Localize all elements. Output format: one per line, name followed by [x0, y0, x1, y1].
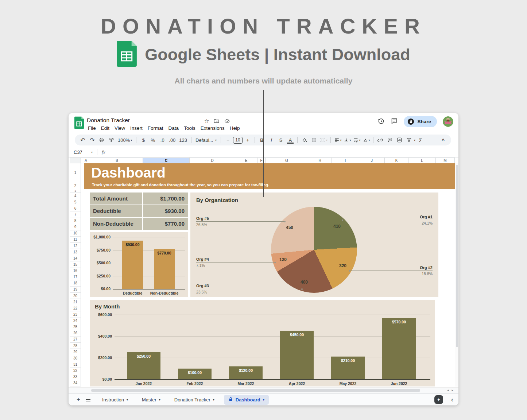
format-currency-button[interactable]: $: [139, 136, 148, 144]
comments-icon[interactable]: [391, 117, 398, 126]
row-header-22[interactable]: 22: [70, 305, 81, 311]
undo-icon[interactable]: ↶: [78, 136, 87, 144]
row-header-8[interactable]: 8: [70, 218, 81, 224]
menu-insert[interactable]: Insert: [128, 125, 145, 132]
tab-dashboard[interactable]: Dashboard▾: [224, 395, 269, 405]
row-header-2[interactable]: 2: [70, 182, 81, 189]
row-header-17[interactable]: 17: [70, 274, 81, 280]
star-icon[interactable]: ☆: [204, 118, 209, 125]
row-header-3[interactable]: 3: [70, 189, 81, 193]
filter-views-caret-icon[interactable]: ▾: [414, 139, 415, 142]
menu-edit[interactable]: Edit: [98, 125, 112, 132]
row-header-18[interactable]: 18: [70, 280, 81, 287]
row-header-9[interactable]: 9: [70, 224, 81, 230]
paint-format-icon[interactable]: [107, 136, 116, 144]
tab-donation-tracker[interactable]: Donation Tracker▾: [170, 395, 219, 404]
row-header-20[interactable]: 20: [70, 293, 81, 299]
font-size-input[interactable]: 10: [233, 137, 243, 144]
row-header-28[interactable]: 28: [70, 343, 81, 349]
text-rotation-icon[interactable]: ▾: [362, 136, 371, 144]
row-header-23[interactable]: 23: [70, 311, 81, 318]
column-header-B[interactable]: B: [91, 158, 143, 163]
insert-link-icon[interactable]: [376, 136, 385, 144]
bar-Jun 2022[interactable]: [382, 318, 416, 379]
row-header-21[interactable]: 21: [70, 299, 81, 305]
menu-format[interactable]: Format: [145, 125, 166, 132]
column-header-H[interactable]: H: [308, 158, 332, 163]
column-header-F[interactable]: F: [257, 158, 266, 163]
column-header-L[interactable]: L: [408, 158, 436, 163]
horizontal-scrollbar-thumb[interactable]: [91, 389, 420, 392]
sheet-canvas[interactable]: Dashboard Track your charitable gift and…: [81, 163, 455, 386]
row-header-16[interactable]: 16: [70, 268, 81, 274]
menu-tools[interactable]: Tools: [181, 125, 198, 132]
column-header-C[interactable]: C: [143, 158, 190, 163]
zoom-select[interactable]: 100%▾: [116, 136, 133, 144]
redo-icon[interactable]: ↷: [88, 136, 97, 144]
select-all-corner[interactable]: [70, 158, 81, 163]
row-header-25[interactable]: 25: [70, 324, 81, 330]
row-header-33[interactable]: 33: [70, 374, 81, 380]
merge-cells-icon[interactable]: ▾: [319, 136, 328, 144]
row-header-13[interactable]: 13: [70, 249, 81, 255]
column-header-I[interactable]: I: [332, 158, 359, 163]
bar-Deductible[interactable]: [122, 241, 143, 289]
column-header-K[interactable]: K: [385, 158, 408, 163]
tab-master[interactable]: Master▾: [137, 395, 165, 404]
by-organization-pie-chart[interactable]: By Organization 410Org #124.1%320Org #21…: [190, 192, 438, 297]
row-header-31[interactable]: 31: [70, 361, 81, 368]
fill-color-icon[interactable]: [300, 136, 309, 144]
row-header-10[interactable]: 10: [70, 230, 81, 237]
text-color-button[interactable]: A: [286, 136, 295, 144]
bold-button[interactable]: B: [257, 136, 266, 144]
row-header-27[interactable]: 27: [70, 337, 81, 343]
move-folder-icon[interactable]: [213, 118, 220, 125]
strikethrough-button[interactable]: S: [276, 136, 285, 144]
font-select[interactable]: Defaul...▾: [194, 136, 218, 144]
italic-button[interactable]: I: [267, 136, 276, 144]
row-header-26[interactable]: 26: [70, 330, 81, 337]
decrease-font-size-button[interactable]: −: [224, 136, 232, 144]
row-header-24[interactable]: 24: [70, 318, 81, 324]
menu-data[interactable]: Data: [166, 125, 182, 132]
print-icon[interactable]: [97, 136, 106, 144]
add-sheet-icon[interactable]: +: [74, 395, 83, 404]
format-percent-button[interactable]: %: [148, 136, 157, 144]
deductible-bar-chart[interactable]: $1,000.00$750.00$500.00$250.00$0.00$930.…: [90, 232, 188, 297]
collapse-toolbar-icon[interactable]: ^: [439, 136, 447, 144]
row-header-29[interactable]: 29: [70, 349, 81, 355]
menu-help[interactable]: Help: [227, 125, 243, 132]
name-box-caret-icon[interactable]: ▾: [91, 151, 93, 154]
sheets-app-icon[interactable]: [74, 116, 84, 130]
row-header-30[interactable]: 30: [70, 355, 81, 361]
row-header-11[interactable]: 11: [70, 237, 81, 243]
menu-view[interactable]: View: [112, 125, 128, 132]
row-header-34[interactable]: 34: [70, 380, 81, 386]
name-box[interactable]: C37: [69, 149, 91, 155]
cloud-saved-icon[interactable]: [224, 118, 230, 125]
row-header-32[interactable]: 32: [70, 368, 81, 374]
column-header-M[interactable]: M: [436, 158, 455, 163]
share-button[interactable]: Share: [404, 116, 437, 127]
column-header-A[interactable]: A: [81, 158, 91, 163]
row-header-15[interactable]: 15: [70, 261, 81, 268]
row-header-4[interactable]: 4: [70, 193, 81, 199]
bar-Apr 2022[interactable]: [280, 331, 314, 379]
user-avatar[interactable]: [443, 116, 453, 127]
more-formats-button[interactable]: 123: [178, 136, 189, 144]
vertical-align-icon[interactable]: ▾: [343, 136, 352, 144]
insert-chart-icon[interactable]: [395, 136, 404, 144]
row-header-7[interactable]: 7: [70, 211, 81, 218]
scroll-right-icon[interactable]: ▸: [452, 388, 453, 392]
scroll-left-icon[interactable]: ◂: [447, 388, 449, 392]
row-header-1[interactable]: 1: [70, 163, 81, 182]
insert-comment-icon[interactable]: [385, 136, 394, 144]
collapse-panel-chevron-icon[interactable]: ‹: [451, 396, 453, 404]
document-title[interactable]: Donation Tracker: [87, 117, 130, 124]
column-header-D[interactable]: D: [190, 158, 235, 163]
row-header-6[interactable]: 6: [70, 205, 81, 211]
row-header-5[interactable]: 5: [70, 199, 81, 205]
menu-file[interactable]: File: [85, 125, 98, 132]
increase-font-size-button[interactable]: +: [243, 136, 252, 144]
vertical-scrollbar[interactable]: [455, 163, 458, 386]
